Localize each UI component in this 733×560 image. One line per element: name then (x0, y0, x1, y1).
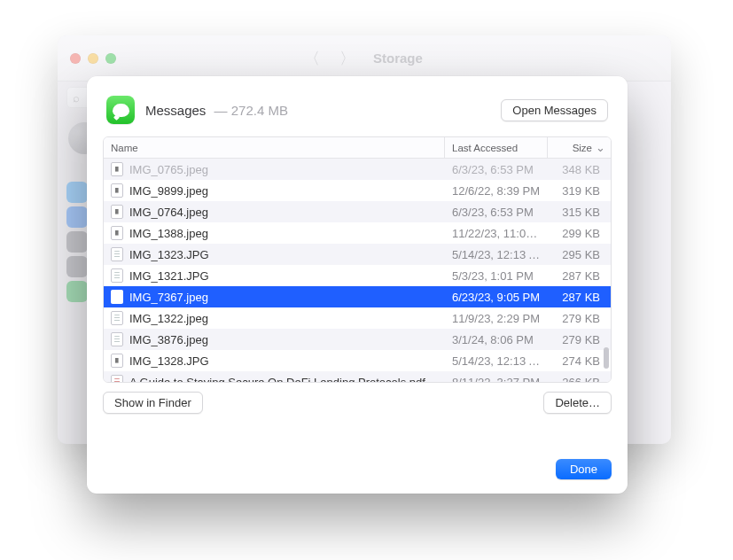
cell-size: 266 KB (548, 376, 611, 383)
file-name-label: IMG_7367.jpeg (129, 291, 208, 304)
pdf-file-icon (111, 375, 123, 382)
table-row[interactable]: IMG_7367.jpeg6/23/23, 9:05 PM287 KB (104, 286, 611, 307)
cell-size: 348 KB (548, 163, 611, 176)
image-file-icon (111, 226, 123, 240)
cell-last-accessed: 12/6/22, 8:39 PM (445, 184, 548, 198)
file-name-label: IMG_1322.jpeg (129, 312, 208, 325)
cell-last-accessed: 5/3/23, 1:01 PM (445, 269, 548, 283)
table-row[interactable]: IMG_1323.JPG5/14/23, 12:13 AM295 KB (104, 244, 611, 265)
modal-header: Messages — 272.4 MB Open Messages (87, 76, 628, 136)
document-file-icon (111, 268, 123, 283)
table-row[interactable]: IMG_1388.jpeg11/22/23, 11:00 AM299 KB (104, 222, 611, 244)
cell-name: IMG_0765.jpeg (104, 162, 445, 176)
cell-size: 315 KB (548, 206, 611, 219)
cell-name: IMG_1328.JPG (104, 354, 445, 368)
cell-last-accessed: 11/9/23, 2:29 PM (445, 312, 548, 325)
column-size-label: Size (573, 143, 592, 153)
file-name-label: IMG_9899.jpeg (129, 184, 208, 198)
cell-name: IMG_1322.jpeg (104, 311, 445, 325)
cell-last-accessed: 11/22/23, 11:00 AM (445, 227, 548, 240)
table-row[interactable]: IMG_9899.jpeg12/6/22, 8:39 PM319 KB (104, 180, 611, 201)
cell-size: 279 KB (548, 312, 611, 325)
file-name-label: IMG_1328.JPG (129, 354, 209, 368)
table-rows-scroll[interactable]: IMG_0765.jpeg6/3/23, 6:53 PM348 KBIMG_98… (104, 159, 611, 382)
file-name-label: IMG_1323.JPG (129, 248, 209, 261)
document-file-icon (111, 332, 123, 346)
cell-last-accessed: 6/23/23, 9:05 PM (445, 291, 548, 304)
table-row[interactable]: IMG_1328.JPG5/14/23, 12:13 AM274 KB (104, 350, 611, 371)
messages-app-icon (106, 96, 135, 124)
image-file-icon (111, 205, 123, 219)
cell-last-accessed: 6/3/23, 6:53 PM (445, 163, 548, 176)
document-file-icon (111, 247, 123, 261)
table-row[interactable]: IMG_0765.jpeg6/3/23, 6:53 PM348 KB (104, 159, 611, 180)
file-table: Name Last Accessed Size ⌄ IMG_0765.jpeg6… (103, 136, 612, 383)
cell-name: IMG_1321.JPG (104, 268, 445, 283)
document-file-icon (111, 311, 123, 325)
cell-last-accessed: 8/11/22, 3:27 PM (445, 376, 548, 383)
cell-name: IMG_0764.jpeg (104, 205, 445, 219)
cell-name: IMG_7367.jpeg (104, 290, 445, 304)
done-button[interactable]: Done (556, 459, 612, 479)
cell-size: 287 KB (548, 291, 611, 304)
column-header-name[interactable]: Name (104, 137, 445, 158)
image-file-icon (111, 183, 123, 198)
cell-name: IMG_1323.JPG (104, 247, 445, 261)
column-header-size[interactable]: Size ⌄ (548, 141, 611, 154)
modal-footer: Done (87, 447, 628, 494)
image-file-icon (111, 162, 123, 176)
image-file-icon (111, 290, 123, 304)
cell-size: 295 KB (548, 248, 611, 261)
table-header: Name Last Accessed Size ⌄ (104, 137, 611, 159)
table-row[interactable]: IMG_1321.JPG5/3/23, 1:01 PM287 KB (104, 265, 611, 286)
cell-size: 274 KB (548, 354, 611, 368)
cell-size: 287 KB (548, 269, 611, 283)
cell-last-accessed: 5/14/23, 12:13 AM (445, 354, 548, 368)
delete-button[interactable]: Delete… (543, 392, 612, 414)
file-name-label: IMG_1321.JPG (129, 269, 209, 283)
table-actions: Show in Finder Delete… (87, 383, 628, 414)
file-name-label: IMG_3876.jpeg (129, 333, 208, 346)
table-row[interactable]: A Guide to Staying Secure On DeFi Lendin… (104, 371, 611, 382)
cell-name: IMG_9899.jpeg (104, 183, 445, 198)
speech-bubble-icon (113, 104, 129, 117)
table-row[interactable]: IMG_3876.jpeg3/1/24, 8:06 PM279 KB (104, 329, 611, 350)
file-name-label: IMG_0764.jpeg (129, 206, 208, 219)
table-row[interactable]: IMG_1322.jpeg11/9/23, 2:29 PM279 KB (104, 307, 611, 329)
show-in-finder-button[interactable]: Show in Finder (103, 392, 203, 414)
file-name-label: A Guide to Staying Secure On DeFi Lendin… (129, 376, 425, 383)
cell-name: IMG_1388.jpeg (104, 226, 445, 240)
cell-last-accessed: 6/3/23, 6:53 PM (445, 206, 548, 219)
cell-name: A Guide to Staying Secure On DeFi Lendin… (104, 375, 445, 382)
cell-name: IMG_3876.jpeg (104, 332, 445, 346)
image-file-icon (111, 354, 123, 368)
cell-size: 279 KB (548, 333, 611, 346)
sort-caret-icon: ⌄ (596, 141, 605, 154)
open-messages-button[interactable]: Open Messages (501, 99, 608, 121)
cell-size: 319 KB (548, 184, 611, 198)
stage: 〈 〉 Storage ⌕ So Av Messages — 272.4 MB … (0, 0, 733, 560)
table-row[interactable]: IMG_0764.jpeg6/3/23, 6:53 PM315 KB (104, 201, 611, 222)
table-body: IMG_0765.jpeg6/3/23, 6:53 PM348 KBIMG_98… (104, 159, 611, 382)
scrollbar-thumb[interactable] (604, 347, 609, 369)
file-name-label: IMG_0765.jpeg (129, 163, 208, 176)
cell-size: 299 KB (548, 227, 611, 240)
column-header-last-accessed[interactable]: Last Accessed (445, 137, 548, 158)
cell-last-accessed: 3/1/24, 8:06 PM (445, 333, 548, 346)
cell-last-accessed: 5/14/23, 12:13 AM (445, 248, 548, 261)
app-size-label: — 272.4 MB (210, 103, 288, 118)
file-name-label: IMG_1388.jpeg (129, 227, 208, 240)
app-name-label: Messages (145, 103, 206, 118)
messages-storage-modal: Messages — 272.4 MB Open Messages Name L… (87, 76, 628, 494)
